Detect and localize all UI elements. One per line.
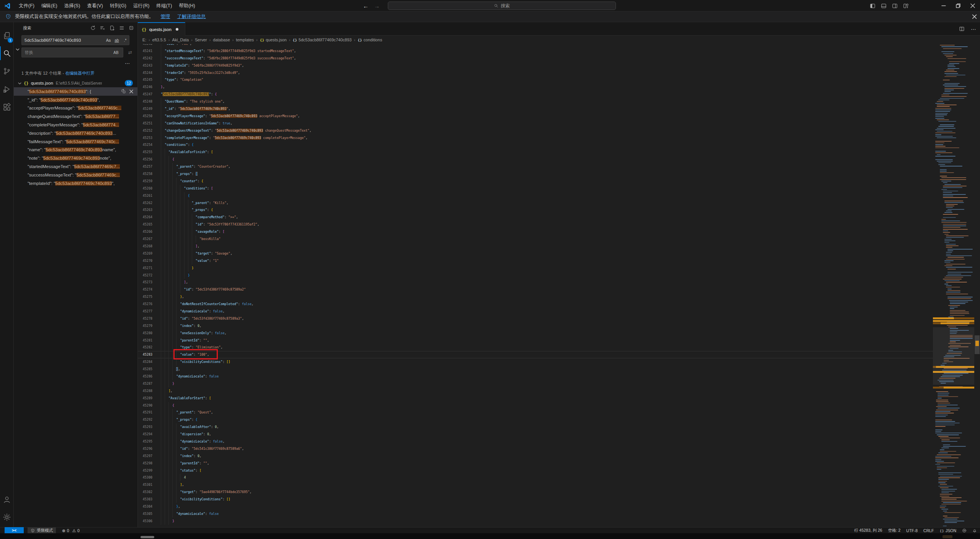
code-line[interactable]: 45306 } — [138, 518, 933, 525]
code-line[interactable]: 45302 "target": "5ae4498786f7744bde35769… — [138, 488, 933, 496]
line-number[interactable]: 45246 — [138, 83, 157, 91]
line-number[interactable]: 45245 — [138, 76, 157, 83]
code-line[interactable]: 45286 "dynamicLocale": false — [138, 373, 933, 380]
clear-results-icon[interactable] — [100, 25, 106, 31]
code-line[interactable]: 45298 "parentId": "", — [138, 460, 933, 467]
search-result-row[interactable]: "startedMessageText": "5dc53acb86f77469c… — [14, 162, 137, 171]
line-number[interactable]: 45265 — [138, 221, 157, 228]
search-result-row[interactable]: "acceptPlayerMessage": "5dc53acb86f77469… — [14, 104, 137, 113]
code-line[interactable]: 45241 "startedMessageText": "5d6fbc2886f… — [138, 47, 933, 55]
code-line[interactable]: 45265 "id": "5dc53ff786f7743361195af2", — [138, 221, 933, 228]
search-details-toggle-icon[interactable]: ⋯ — [125, 60, 130, 66]
notifications-bell-icon[interactable] — [972, 528, 977, 533]
line-number[interactable]: 45247 — [138, 91, 157, 98]
source-control-icon[interactable] — [0, 62, 14, 80]
line-number[interactable]: 45269 — [138, 250, 157, 257]
menu-item[interactable]: 运行(R) — [130, 0, 153, 11]
line-number[interactable]: 45262 — [138, 199, 157, 207]
menu-item[interactable]: 文件(F) — [15, 0, 38, 11]
line-number[interactable]: 45289 — [138, 395, 157, 402]
line-number[interactable]: 45263 — [138, 206, 157, 214]
code-line[interactable]: 45263 "_props": { — [138, 206, 933, 214]
line-number[interactable]: 45280 — [138, 330, 157, 337]
line-number[interactable]: 45250 — [138, 113, 157, 120]
line-number[interactable]: 45287 — [138, 380, 157, 387]
line-number[interactable]: 45240 — [138, 44, 157, 47]
forward-arrow-icon[interactable]: → — [374, 3, 380, 9]
code-line[interactable]: 45277 "dynamicLocale": false, — [138, 308, 933, 315]
search-result-row[interactable]: "5dc53acb86f77469c740c893": { — [14, 87, 137, 96]
line-number[interactable]: 45252 — [138, 127, 157, 134]
line-number[interactable]: 45285 — [138, 366, 157, 373]
code-line[interactable]: 45291 "_parent": "Quest", — [138, 409, 933, 416]
line-number[interactable]: 45277 — [138, 308, 157, 315]
search-view-icon[interactable] — [0, 44, 14, 62]
refresh-icon[interactable] — [90, 25, 96, 31]
banner-close-icon[interactable] — [972, 14, 977, 19]
code-line[interactable]: 45289 "AvailableForStart": [ — [138, 395, 933, 402]
line-number[interactable]: 45282 — [138, 344, 157, 351]
line-number[interactable]: 45298 — [138, 460, 157, 467]
line-number[interactable]: 45278 — [138, 315, 157, 322]
code-line[interactable]: 45294 "dispersion": 0, — [138, 431, 933, 438]
line-number[interactable]: 45267 — [138, 235, 157, 243]
line-number[interactable]: 45303 — [138, 496, 157, 503]
search-result-row[interactable]: "description": "5dc53acb86f77469c740c893… — [14, 129, 137, 137]
code-line[interactable]: 45292 "_props": { — [138, 416, 933, 423]
code-line[interactable]: 45240 "side": "Pmc", — [138, 44, 933, 47]
code-line[interactable]: 45287 } — [138, 380, 933, 387]
line-number[interactable]: 45302 — [138, 488, 157, 496]
line-number[interactable]: 45293 — [138, 423, 157, 431]
code-line[interactable]: 45255 "AvailableForFinish": [ — [138, 149, 933, 156]
code-line[interactable]: 45268 ], — [138, 243, 933, 250]
line-number[interactable]: 45266 — [138, 228, 157, 235]
line-number[interactable]: 45260 — [138, 185, 157, 192]
breadcrumb-item[interactable]: database — [213, 38, 230, 42]
line-number[interactable]: 45284 — [138, 358, 157, 366]
code-line[interactable]: 45271 } — [138, 265, 933, 272]
line-number[interactable]: 45248 — [138, 98, 157, 105]
code-line[interactable]: 45301 ], — [138, 481, 933, 488]
search-result-row[interactable]: changeQuestMessageText": "5dc53acb86f77.… — [14, 112, 137, 121]
line-number[interactable]: 45272 — [138, 272, 157, 279]
code-line[interactable]: 45281 "parentId": "", — [138, 337, 933, 344]
result-file-row[interactable]: {} quests.json E:\eft3.5.5\Aki_Data\Serv… — [14, 79, 137, 87]
line-number[interactable]: 45288 — [138, 387, 157, 395]
code-line[interactable]: 45259 "counter": { — [138, 178, 933, 185]
menu-item[interactable]: 帮助(H) — [175, 0, 198, 11]
chevron-down-icon[interactable] — [18, 81, 22, 85]
code-line[interactable]: 45270 "value": "1" — [138, 257, 933, 265]
line-number[interactable]: 45305 — [138, 510, 157, 518]
code-line[interactable]: 45274 "id": "5dc53fd386f77469c87589a2" — [138, 286, 933, 293]
cursor-position-item[interactable]: 行 45283, 列 26 — [854, 528, 882, 533]
code-line[interactable]: 45246 }, — [138, 83, 933, 91]
line-number[interactable]: 45254 — [138, 141, 157, 149]
line-number[interactable]: 45301 — [138, 481, 157, 488]
line-number[interactable]: 45274 — [138, 286, 157, 293]
split-editor-icon[interactable] — [959, 26, 965, 32]
line-number[interactable]: 45258 — [138, 170, 157, 178]
eol-item[interactable]: CRLF — [923, 528, 934, 533]
view-as-list-icon[interactable] — [119, 25, 125, 31]
line-number[interactable]: 45292 — [138, 416, 157, 423]
explorer-icon[interactable]: 1 — [0, 27, 14, 44]
search-result-row[interactable]: "templateId": "5dc53acb86f77469c740c893"… — [14, 179, 137, 188]
toggle-replace-chevron-icon[interactable] — [15, 43, 21, 56]
code-line[interactable]: 45300 4 — [138, 474, 933, 481]
replace-all-icon[interactable]: ⇄ — [126, 49, 134, 56]
toggle-secondary-sidebar-icon[interactable] — [892, 3, 898, 9]
menu-item[interactable]: 编辑(E) — [38, 0, 61, 11]
code-line[interactable]: 45278 "id": "5dc53fd386f77469c87589a3", — [138, 315, 933, 322]
restricted-mode-item[interactable]: 受限模式 — [28, 528, 56, 534]
line-number[interactable]: 45276 — [138, 301, 157, 308]
line-number[interactable]: 45295 — [138, 438, 157, 445]
code-line[interactable]: 45305 "dynamicLocale": false — [138, 510, 933, 518]
line-number[interactable]: 45241 — [138, 47, 157, 55]
line-number[interactable]: 45253 — [138, 134, 157, 142]
line-number[interactable]: 45268 — [138, 243, 157, 250]
code-line[interactable]: 45269 "target": "Savage", — [138, 250, 933, 257]
code-line[interactable]: 45257 "_parent": "CounterCreator", — [138, 163, 933, 170]
line-number[interactable]: 45294 — [138, 431, 157, 438]
code-line[interactable]: 45299 "status": [ — [138, 467, 933, 474]
line-number[interactable]: 45243 — [138, 62, 157, 69]
